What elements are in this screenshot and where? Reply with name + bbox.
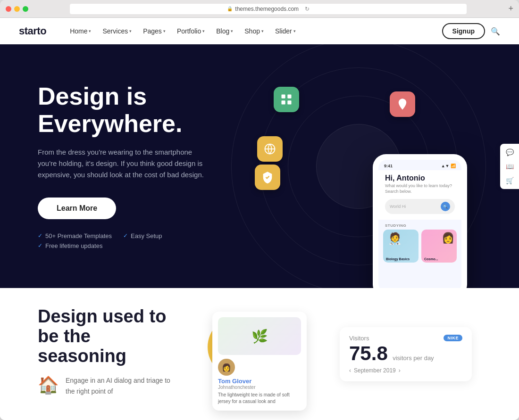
- feature-templates: ✓ 50+ Premade Templates: [38, 232, 112, 239]
- bottom-title: Design used to be the seasoning: [38, 307, 179, 366]
- chevron-down-icon: ▾: [231, 29, 233, 33]
- sidebar-right: 💬 📖 🛒: [500, 144, 519, 189]
- signup-button[interactable]: Signup: [442, 23, 485, 39]
- card-username: Johnathonchester: [218, 385, 301, 390]
- card-avatar: 👩: [218, 359, 235, 376]
- nav-pages[interactable]: Pages ▾: [138, 25, 170, 38]
- check-icon: ✓: [123, 232, 128, 239]
- hero-subtitle: From the dress you're wearing to the sma…: [38, 147, 208, 181]
- url-text: themes.themegoods.com: [235, 6, 299, 12]
- stats-period-label: September 2019: [354, 367, 396, 374]
- check-icon: ✓: [38, 232, 42, 239]
- stats-unit: visitors per day: [393, 354, 434, 362]
- comment-icon[interactable]: 💬: [506, 148, 514, 156]
- hero-feature-row-2: ✓ Free lifetime updates: [38, 242, 217, 249]
- card-figure-1: 🧑‍⚕️: [388, 232, 402, 245]
- chevron-left-icon[interactable]: ‹: [349, 367, 351, 374]
- chevron-down-icon: ▾: [202, 29, 205, 33]
- search-button[interactable]: 🔍: [491, 27, 500, 36]
- floating-icon-layout: [274, 87, 299, 112]
- stats-number: 75.8: [349, 342, 388, 364]
- bottom-right: Visitors NIKE 75.8 visitors per day ‹ Se…: [340, 307, 481, 401]
- phone-card-cosmo: 👩 Cosmo...: [421, 230, 457, 263]
- svg-rect-1: [287, 95, 291, 99]
- phone-search-button[interactable]: 🔍: [441, 202, 450, 211]
- feature-label: Easy Setup: [131, 232, 162, 239]
- house-icon: 🏠: [38, 375, 59, 395]
- minimize-button[interactable]: [14, 6, 20, 12]
- browser-titlebar: 🔒 themes.themegoods.com ↻ +: [0, 0, 519, 18]
- card-name: Tom Glover: [218, 378, 301, 385]
- nav-portfolio[interactable]: Portfolio ▾: [172, 25, 209, 38]
- maximize-button[interactable]: [23, 6, 28, 12]
- phone-mockup: 9:41 ▲▼ 📶 Hi, Antonio What would you lik…: [373, 154, 467, 288]
- check-icon: ✓: [38, 242, 42, 249]
- nav-links: Home ▾ Services ▾ Pages ▾ Portfolio ▾ Bl…: [65, 25, 442, 38]
- feature-label: Free lifetime updates: [45, 242, 102, 249]
- stats-badge: NIKE: [444, 335, 462, 341]
- nav-shop[interactable]: Shop ▾: [240, 25, 268, 38]
- cart-icon[interactable]: 🛒: [506, 177, 514, 184]
- nav-blog[interactable]: Blog ▾: [211, 25, 238, 38]
- chevron-down-icon: ▾: [261, 29, 264, 33]
- feature-updates: ✓ Free lifetime updates: [38, 242, 102, 249]
- nav-home[interactable]: Home ▾: [65, 25, 96, 38]
- traffic-lights: [6, 6, 28, 12]
- chevron-down-icon: ▾: [293, 29, 296, 33]
- phone-status-icons: ▲▼ 📶: [441, 164, 456, 168]
- chevron-down-icon: ▾: [129, 29, 132, 33]
- card-figure-2: 👩: [442, 232, 454, 244]
- address-bar[interactable]: 🔒 themes.themegoods.com ↻: [70, 4, 467, 14]
- learn-more-button[interactable]: Learn More: [38, 198, 116, 219]
- card-preview: 🌿 👩 Tom Glover Johnathonchester The ligh…: [212, 312, 307, 411]
- stats-card: Visitors NIKE 75.8 visitors per day ‹ Se…: [340, 327, 472, 381]
- card-description: The lightweight tee is made of soft jers…: [218, 392, 301, 405]
- phone-search-text: World Hi: [390, 204, 438, 209]
- card-label-2: Cosmo...: [424, 257, 438, 261]
- card-preview-image: 🌿: [218, 317, 301, 355]
- book-icon[interactable]: 📖: [506, 163, 514, 170]
- hero-content: Design is Everywhere. From the dress you…: [0, 55, 236, 277]
- nav-services[interactable]: Services ▾: [98, 25, 136, 38]
- refresh-icon[interactable]: ↻: [305, 6, 310, 12]
- phone-card-biology: 🧑‍⚕️ Biology Basics: [383, 230, 419, 263]
- card-label-1: Biology Basics: [386, 257, 410, 261]
- stats-label: Visitors: [349, 335, 369, 342]
- bottom-middle: 🌿 👩 Tom Glover Johnathonchester The ligh…: [198, 307, 321, 401]
- floating-icon-shield: [255, 165, 280, 190]
- chevron-down-icon: ▾: [89, 29, 91, 33]
- hero-title: Design is Everywhere.: [38, 83, 217, 137]
- phone-time: 9:41: [384, 164, 393, 168]
- feature-setup: ✓ Easy Setup: [123, 232, 162, 239]
- svg-rect-2: [282, 100, 285, 104]
- feature-label: 50+ Premade Templates: [45, 232, 112, 239]
- website-content: starto Home ▾ Services ▾ Pages ▾ Portfol…: [0, 18, 519, 420]
- stats-period: ‹ September 2019 ›: [349, 367, 462, 374]
- chevron-right-icon[interactable]: ›: [399, 367, 401, 374]
- stats-number-row: 75.8 visitors per day: [349, 344, 462, 363]
- phone-cards: 🧑‍⚕️ Biology Basics 👩 Cosmo...: [378, 230, 461, 267]
- browser-window: 🔒 themes.themegoods.com ↻ + starto Home …: [0, 0, 519, 420]
- phone-statusbar: 9:41 ▲▼ 📶: [378, 160, 461, 170]
- svg-rect-0: [282, 95, 285, 99]
- phone-search-bar[interactable]: World Hi 🔍: [385, 199, 455, 214]
- nav-slider[interactable]: Slider ▾: [270, 25, 301, 38]
- phone-screen: 9:41 ▲▼ 📶 Hi, Antonio What would you lik…: [378, 160, 461, 288]
- floating-icon-map: [390, 91, 415, 117]
- hero-section: Design is Everywhere. From the dress you…: [0, 44, 519, 288]
- bottom-icon-area: 🏠 Engage in an AI dialog and triage to t…: [38, 375, 179, 396]
- svg-rect-3: [287, 100, 291, 104]
- hero-feature-row-1: ✓ 50+ Premade Templates ✓ Easy Setup: [38, 232, 217, 239]
- logo[interactable]: starto: [19, 25, 46, 37]
- phone-greeting: Hi, Antonio: [385, 174, 455, 182]
- lock-icon: 🔒: [227, 6, 233, 11]
- nav-actions: Signup 🔍: [442, 23, 500, 39]
- chevron-down-icon: ▾: [163, 29, 166, 33]
- new-tab-button[interactable]: +: [508, 4, 513, 14]
- bottom-left: Design used to be the seasoning 🏠 Engage…: [38, 307, 179, 401]
- bottom-subtitle: Engage in an AI dialog and triage to the…: [66, 375, 179, 396]
- close-button[interactable]: [6, 6, 11, 12]
- bottom-section: Design used to be the seasoning 🏠 Engage…: [0, 288, 519, 420]
- floating-icon-globe: [257, 136, 283, 162]
- phone-section-label: STUDYING: [378, 220, 461, 230]
